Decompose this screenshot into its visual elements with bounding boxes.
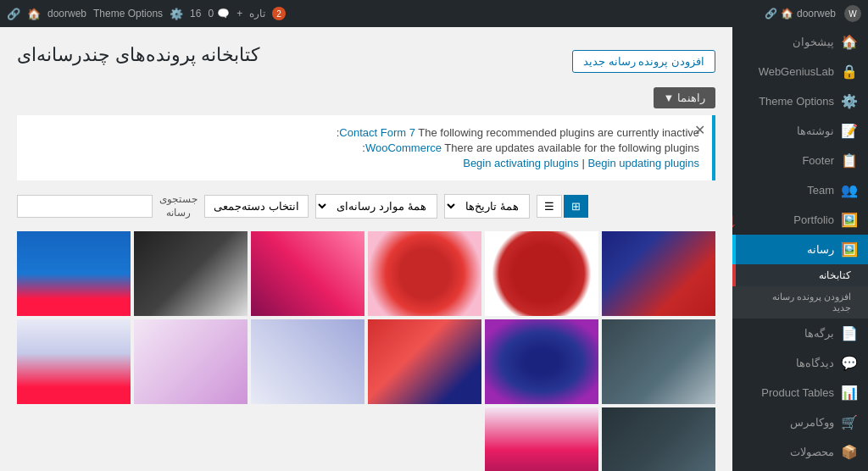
- comments-item[interactable]: 🗨️ 0: [208, 8, 230, 19]
- sidebar-item-product-tables[interactable]: Product Tables 📊: [732, 378, 868, 407]
- sidebar-item-woocommerce[interactable]: ووکامرس 🛒: [732, 407, 868, 437]
- begin-updating-link[interactable]: Begin updating plugins: [587, 157, 699, 169]
- pages-icon: 📄: [841, 325, 858, 341]
- portfolio-icon: 🖼️: [841, 212, 858, 228]
- sidebar-item-footer[interactable]: Footer 📋: [732, 146, 868, 175]
- search-input[interactable]: [17, 195, 153, 218]
- media-item[interactable]: [368, 319, 481, 404]
- sidebar-item-portfolio[interactable]: Portfolio 🖼️ ↓: [732, 205, 868, 235]
- woocommerce-icon: 🛒: [841, 414, 858, 430]
- updates-item[interactable]: تاره: [249, 8, 265, 19]
- comments-icon: 💬: [841, 355, 858, 371]
- adminbar-left: W doorweb 🏠 🔗: [765, 5, 861, 22]
- add-new-item[interactable]: +: [236, 8, 242, 19]
- theme-options-icon: ⚙️: [841, 93, 858, 109]
- media-toolbar: ⊞ ☰ همهٔ تاریخ‌ها همهٔ موارد رسانه‌ای ان…: [17, 193, 715, 219]
- notice-actions: Begin activating plugins | Begin updatin…: [30, 157, 699, 169]
- contact-form-link[interactable]: Contact Form 7: [339, 126, 415, 139]
- media-item[interactable]: [602, 319, 715, 404]
- media-submenu: کتابخانه افزودن پرونده رسانه جدید: [732, 264, 868, 319]
- footer-icon: 📋: [841, 152, 858, 169]
- media-item[interactable]: [602, 231, 715, 316]
- search-label: جستجوی رسانه: [159, 193, 198, 219]
- webgeniuslab-icon: 🔒: [841, 64, 858, 80]
- woocommerce-link[interactable]: WooCommerce: [365, 141, 442, 154]
- notice-text-2: WooCommerce There are updates available …: [30, 141, 699, 154]
- adminbar-right: 2 تاره + 🗨️ 0 16 ⚙️ Theme Options doorwe…: [7, 7, 286, 20]
- sidebar-item-add-media[interactable]: افزودن پرونده رسانه جدید: [732, 286, 868, 319]
- site-name[interactable]: doorweb 🏠 🔗: [765, 8, 836, 19]
- sidebar-item-dashboard[interactable]: پیشخوان 🏠: [732, 27, 868, 57]
- grid-view-button[interactable]: ⊞: [564, 195, 588, 218]
- media-item[interactable]: [17, 231, 131, 316]
- media-item[interactable]: [368, 231, 481, 316]
- sidebar-item-posts[interactable]: نوشته‌ها 📝: [732, 116, 868, 146]
- sidebar-item-library[interactable]: کتابخانه: [732, 264, 868, 286]
- media-item[interactable]: [485, 231, 598, 316]
- dashboard-icon: 🏠: [841, 34, 858, 50]
- sidebar-item-media[interactable]: رسانه 🖼️: [732, 235, 868, 264]
- sidebar-item-products[interactable]: محصولات 📦: [732, 437, 868, 467]
- notice-text-1: Contact Form 7 The following recommended…: [30, 126, 699, 139]
- bulk-select-button[interactable]: انتخاب دسته‌جمعی: [204, 195, 309, 218]
- media-item[interactable]: [602, 407, 715, 471]
- sidebar: پیشخوان 🏠 WebGeniusLab 🔒 Theme Options ⚙…: [732, 27, 868, 471]
- sidebar-item-team[interactable]: Team 👥: [732, 175, 868, 205]
- sidebar-item-pages[interactable]: برگه‌ها 📄: [732, 319, 868, 348]
- admin-bar: W doorweb 🏠 🔗 2 تاره + 🗨️ 0 16 ⚙️ Theme …: [0, 0, 868, 27]
- wp-logo[interactable]: W: [844, 5, 861, 22]
- theme-options-bar-item[interactable]: Theme Options: [93, 8, 163, 19]
- media-item[interactable]: [251, 231, 364, 316]
- list-view-button[interactable]: ☰: [537, 195, 562, 218]
- plugin-notice: ✕ Contact Form 7 The following recommend…: [17, 115, 715, 180]
- media-item[interactable]: [134, 319, 248, 404]
- add-media-button[interactable]: افزودن پرونده رسانه جدید: [572, 50, 715, 73]
- media-item[interactable]: [17, 319, 131, 404]
- media-icon: 🖼️: [841, 241, 858, 258]
- user-item[interactable]: doorweb: [47, 8, 86, 19]
- notification-badge[interactable]: 2: [272, 7, 286, 20]
- media-type-filter-select[interactable]: همهٔ موارد رسانه‌ای: [315, 194, 437, 219]
- posts-icon: 📝: [841, 123, 858, 139]
- begin-activating-link[interactable]: Begin activating plugins: [463, 157, 579, 169]
- sidebar-item-comments[interactable]: دیدگاه‌ها 💬: [732, 348, 868, 378]
- media-item[interactable]: [134, 231, 248, 316]
- dates-filter-select[interactable]: همهٔ تاریخ‌ها: [444, 194, 530, 219]
- media-item[interactable]: [485, 407, 598, 471]
- site-name-label: doorweb: [797, 8, 836, 19]
- team-icon: 👥: [841, 182, 858, 198]
- notice-close-button[interactable]: ✕: [694, 122, 705, 138]
- page-title: کتابخانه پرونده‌های چندرسانه‌ای: [17, 44, 259, 66]
- media-item[interactable]: [485, 319, 598, 404]
- layout: پیشخوان 🏠 WebGeniusLab 🔒 Theme Options ⚙…: [0, 0, 868, 471]
- sidebar-item-webgeniuslab[interactable]: WebGeniusLab 🔒: [732, 57, 868, 86]
- products-icon: 📦: [841, 444, 858, 460]
- main-content: افزودن پرونده رسانه جدید کتابخانه پرونده…: [0, 27, 732, 471]
- view-toggle: ⊞ ☰: [537, 195, 588, 218]
- sidebar-item-theme-options[interactable]: Theme Options ⚙️: [732, 86, 868, 116]
- media-grid: [17, 231, 715, 471]
- media-item[interactable]: [251, 319, 364, 404]
- rahnama-button[interactable]: راهنما ▼: [654, 87, 715, 108]
- page-header: افزودن پرونده رسانه جدید کتابخانه پرونده…: [17, 44, 715, 79]
- product-tables-icon: 📊: [841, 385, 858, 401]
- version-item[interactable]: 16: [190, 8, 201, 19]
